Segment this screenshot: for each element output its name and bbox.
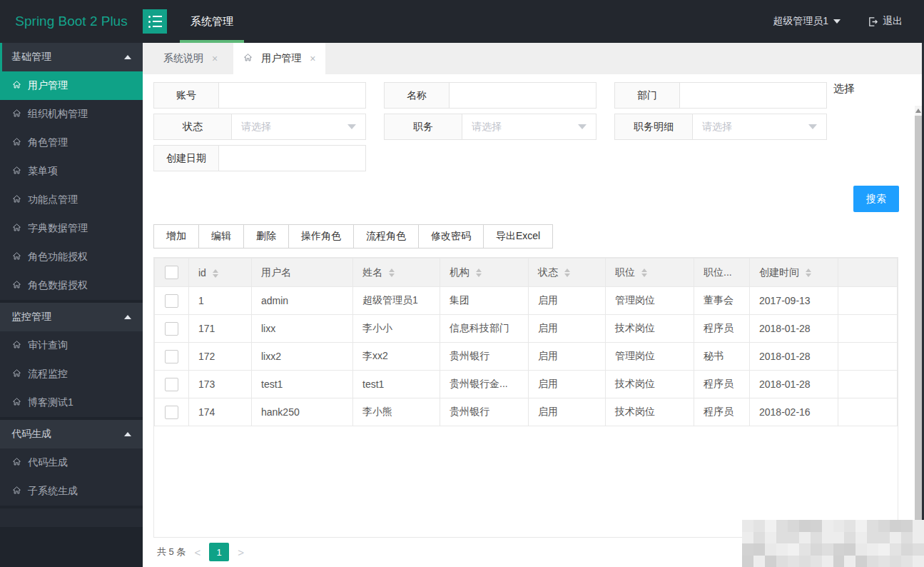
user-dropdown[interactable]: 超级管理员1 (773, 15, 841, 28)
select-input[interactable]: 请选择 (693, 114, 827, 140)
sort-icon[interactable] (806, 269, 811, 277)
toolbar-button-0[interactable]: 增加 (153, 224, 199, 249)
tab-1[interactable]: 用户管理× (233, 43, 325, 74)
text-input[interactable] (680, 82, 827, 109)
sidebar-item-0-2[interactable]: 角色管理 (0, 129, 143, 157)
tab-0[interactable]: 系统说明× (153, 43, 228, 74)
text-input[interactable] (450, 82, 596, 109)
text-input[interactable] (219, 145, 366, 171)
sidebar-item-1-2[interactable]: 博客测试1 (0, 388, 143, 417)
cell-post_detail: 董事会 (694, 287, 750, 315)
sidebar-section-1: 监控管理审计查询流程监控博客测试1 (0, 303, 143, 417)
column-header-4[interactable]: 机构 (440, 259, 529, 287)
column-header-label: id (198, 267, 206, 279)
form-field-1: 名称 (384, 82, 596, 109)
sort-asc-icon (641, 269, 647, 272)
toolbar-button-1[interactable]: 编辑 (198, 224, 244, 249)
select-all-checkbox[interactable] (165, 266, 178, 279)
nav-item-system-management[interactable]: 系统管理 (180, 0, 244, 43)
column-header-7[interactable]: 职位... (694, 259, 750, 287)
sort-icon[interactable] (476, 269, 482, 277)
home-icon (12, 486, 21, 497)
mosaic-cell (833, 556, 845, 567)
sidebar-item-0-7[interactable]: 角色数据授权 (0, 271, 143, 300)
sidebar-section-header-2[interactable]: 代码生成 (0, 420, 143, 448)
search-button[interactable]: 搜索 (853, 186, 899, 212)
select-input[interactable]: 请选择 (232, 114, 366, 140)
scrollbar-track[interactable] (915, 106, 922, 567)
cell-org: 贵州银行金... (440, 371, 529, 398)
cell-created_at: 2018-01-28 (750, 315, 838, 343)
mosaic-cell (742, 520, 753, 532)
table-row-4[interactable]: 174hank250李小熊贵州银行启用技术岗位程序员2018-02-16 (155, 398, 898, 426)
column-header-2[interactable]: 用户名 (252, 259, 353, 287)
toolbar-button-4[interactable]: 流程角色 (353, 224, 419, 249)
select-input[interactable]: 请选择 (462, 114, 596, 140)
mosaic-cell (765, 532, 776, 544)
toolbar-button-2[interactable]: 删除 (243, 224, 289, 249)
select-all-cell[interactable] (155, 259, 189, 287)
row-checkbox[interactable] (165, 406, 178, 419)
choose-link[interactable]: 选择 (833, 82, 855, 96)
field-label: 职务 (384, 114, 462, 140)
sort-icon[interactable] (389, 269, 395, 277)
prev-page-button[interactable]: < (194, 546, 200, 558)
cell-org: 信息科技部门 (440, 315, 529, 343)
column-header-6[interactable]: 职位 (606, 259, 694, 287)
toolbar-button-3[interactable]: 操作角色 (288, 224, 354, 249)
scrollbar-thumb[interactable] (915, 116, 922, 553)
cell-post: 技术岗位 (606, 315, 694, 343)
cell-empty (838, 287, 898, 315)
sort-icon[interactable] (213, 269, 218, 278)
menu-toggle-button[interactable] (143, 9, 167, 34)
table-row-0[interactable]: 1admin超级管理员1集团启用管理岗位董事会2017-09-13 (155, 287, 898, 315)
form-field-0: 账号 (153, 82, 366, 109)
table-row-2[interactable]: 172lixx2李xx2贵州银行启用管理岗位秘书2018-01-28 (155, 343, 898, 371)
row-checkbox[interactable] (165, 294, 178, 308)
close-icon[interactable]: × (310, 53, 315, 64)
sort-icon[interactable] (641, 269, 647, 277)
toolbar-button-6[interactable]: 导出Excel (483, 224, 553, 249)
sidebar-item-1-1[interactable]: 流程监控 (0, 360, 143, 388)
home-icon (12, 368, 21, 380)
sort-icon[interactable] (564, 269, 570, 277)
row-checkbox[interactable] (165, 322, 178, 336)
logout-button[interactable]: 退出 (868, 15, 903, 28)
chevron-up-icon (124, 432, 131, 436)
column-header-8[interactable]: 创建时间 (750, 259, 838, 287)
sidebar-item-1-0[interactable]: 审计查询 (0, 331, 143, 360)
sidebar-tail (0, 508, 143, 527)
next-page-button[interactable]: > (238, 546, 244, 558)
text-input[interactable] (219, 82, 366, 109)
chevron-down-icon (808, 124, 817, 129)
sidebar-section-header-0[interactable]: 基础管理 (0, 43, 143, 71)
sidebar-item-0-5[interactable]: 字典数据管理 (0, 214, 143, 243)
form-field-3: 状态请选择 (153, 114, 366, 140)
table-row-1[interactable]: 171lixx李小小信息科技部门启用技术岗位程序员2018-01-28 (155, 315, 898, 343)
row-checkbox[interactable] (165, 350, 178, 363)
scrollbar-up-icon[interactable] (915, 109, 921, 113)
form-field-6: 创建日期 (153, 145, 366, 171)
sidebar-item-0-6[interactable]: 角色功能授权 (0, 243, 143, 271)
page-button-1[interactable]: 1 (209, 543, 229, 561)
column-header-1[interactable]: id (189, 259, 252, 287)
row-checkbox[interactable] (165, 378, 178, 391)
sidebar-item-0-1[interactable]: 组织机构管理 (0, 100, 143, 129)
field-label: 部门 (614, 82, 680, 109)
censored-watermark (742, 520, 924, 567)
sort-asc-icon (389, 269, 395, 272)
column-header-3[interactable]: 姓名 (353, 259, 440, 287)
close-icon[interactable]: × (212, 53, 218, 64)
column-header-5[interactable]: 状态 (529, 259, 606, 287)
sidebar-item-0-4[interactable]: 功能点管理 (0, 186, 143, 214)
sidebar-section-header-1[interactable]: 监控管理 (0, 303, 143, 331)
cell-org: 集团 (440, 287, 529, 315)
sidebar-item-2-1[interactable]: 子系统生成 (0, 477, 143, 506)
row-checkbox-cell (155, 287, 189, 315)
table-row-3[interactable]: 173test1test1贵州银行金...启用技术岗位程序员2018-01-28 (155, 371, 898, 398)
sidebar-item-2-0[interactable]: 代码生成 (0, 448, 143, 477)
sidebar-item-0-0[interactable]: 用户管理 (0, 71, 143, 100)
home-icon (12, 194, 21, 206)
toolbar-button-5[interactable]: 修改密码 (418, 224, 484, 249)
sidebar-item-0-3[interactable]: 菜单项 (0, 157, 143, 186)
